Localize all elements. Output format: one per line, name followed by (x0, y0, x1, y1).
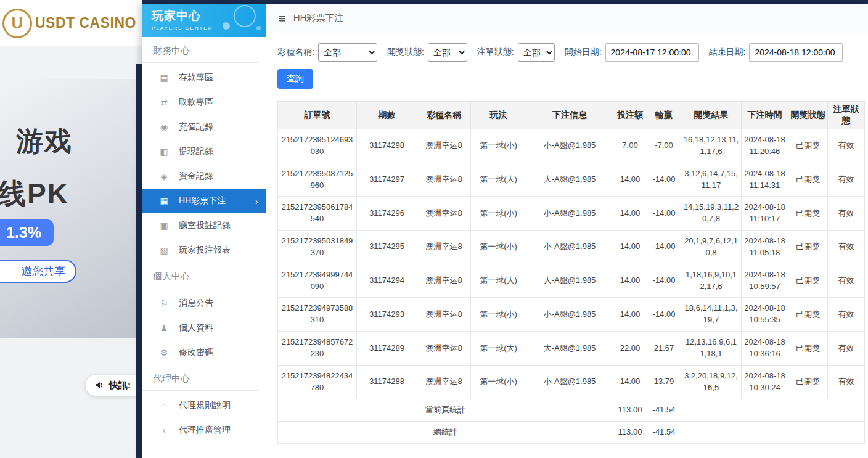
draw-result-cell: 18,6,14,11,1,3,19,7 (681, 298, 742, 332)
summary-row: 當前頁統計113.00-41.54 (278, 399, 865, 421)
sidebar-item[interactable]: ◧提現記錄 (142, 139, 266, 164)
menu-icon[interactable]: ≡ (279, 12, 286, 25)
period-cell: 31174288 (357, 365, 417, 399)
sidebar-item-label: 消息公告 (179, 298, 213, 309)
draw-status-filter-label: 開獎狀態: (387, 47, 424, 58)
bet-amount-cell: 14.00 (613, 298, 647, 332)
draw-result-cell: 1,18,16,9,10,12,17,6 (681, 264, 742, 298)
draw-result-cell: 14,15,19,3,11,20,7,8 (681, 197, 742, 231)
draw-status-select[interactable]: 全部 (428, 43, 467, 62)
sidebar-item-label: 提現記錄 (179, 146, 213, 157)
sidebar-item[interactable]: ▦HH彩票下注› (142, 189, 266, 213)
column-header: 注單狀態 (828, 102, 865, 129)
draw-status-cell: 已開獎 (788, 365, 828, 399)
withdraw-record-icon: ◧ (159, 147, 169, 157)
bet-time-cell: 2024-08-1811:20:46 (742, 129, 788, 163)
bet-time-cell: 2024-08-1811:10:17 (742, 197, 788, 231)
sidebar-item[interactable]: ⇄取款專區 (142, 90, 266, 115)
lottery-name-cell: 澳洲幸运8 (417, 163, 471, 197)
play-type-cell: 第一球(大) (471, 332, 526, 366)
order-status-cell: 有效 (828, 365, 865, 399)
end-date-filter-label: 結束日期: (709, 47, 746, 58)
bet-date: 2024-08-18 (743, 303, 786, 314)
lottery-name-cell: 澳洲幸运8 (417, 197, 471, 231)
column-header: 訂單號 (278, 102, 357, 129)
start-date-input[interactable] (605, 43, 699, 62)
sidebar-menu: 財務中心▤存款專區⇄取款專區◉充值記錄◧提現記錄◈資金記錄▦HH彩票下注›▣廳室… (142, 37, 266, 443)
draw-status-cell: 已開獎 (788, 129, 828, 163)
site-logo[interactable]: U USDT CASINO (0, 0, 142, 46)
summary-bet-amount: 113.00 (613, 421, 647, 443)
order-status-select[interactable]: 全部 (518, 43, 555, 62)
end-date-input[interactable] (749, 43, 843, 62)
sidebar-item[interactable]: ▤存款專區 (142, 65, 266, 90)
bet-time-cell: 2024-08-1810:59:57 (742, 264, 788, 298)
decorative-circle-icon (256, 26, 261, 30)
bet-clock: 11:20:46 (743, 146, 786, 158)
draw-status-cell: 已開獎 (788, 197, 828, 231)
draw-result-cell: 3,12,6,14,7,15,11,17 (681, 163, 742, 197)
lottery-name-select[interactable]: 全部 (318, 43, 377, 62)
query-button[interactable]: 查詢 (277, 69, 313, 89)
period-cell: 31174294 (357, 264, 417, 298)
sidebar-item[interactable]: ‹代理推廣管理 (142, 418, 266, 443)
sidebar-item-label: 資金記錄 (179, 171, 213, 182)
table-body: 215217239512469303031174298澳洲幸运8第一球(小)小-… (278, 129, 865, 444)
sidebar-item[interactable]: ⚙修改密碼 (142, 340, 266, 365)
play-type-cell: 第一球(小) (471, 197, 526, 231)
bet-amount-cell: 14.00 (613, 163, 647, 197)
withdraw-icon: ⇄ (159, 97, 169, 107)
order-status-cell: 有效 (828, 231, 865, 264)
order-status-cell: 有效 (828, 129, 865, 163)
sidebar-item-label: 個人資料 (179, 322, 213, 333)
promo-banner: 游戏 线PK 1.3% 邀您共享 (0, 79, 137, 338)
sidebar-item[interactable]: ▧玩家投注報表 (142, 238, 266, 263)
sidebar-item[interactable]: ◉充值記錄 (142, 115, 266, 139)
sidebar-item[interactable]: ≡代理規則說明 (142, 393, 266, 418)
backdrop-strip (136, 64, 142, 458)
win-loss-cell: 13.79 (647, 365, 681, 399)
sidebar-section-title: 代理中心 (142, 365, 258, 391)
bet-info-cell: 小-A盤@1.985 (526, 298, 613, 332)
bet-clock: 11:10:17 (743, 213, 786, 225)
column-header: 下注時間 (742, 102, 788, 129)
summary-win-loss: -41.54 (647, 399, 681, 421)
lottery-name-cell: 澳洲幸运8 (417, 129, 471, 163)
table-row: 215217239506178454031174296澳洲幸运8第一球(小)小-… (278, 197, 865, 231)
sidebar-item[interactable]: ◈資金記錄 (142, 164, 266, 189)
bet-date: 2024-08-18 (743, 235, 786, 247)
order-id-cell: 2152172394973588310 (278, 298, 357, 332)
bet-clock: 10:30:24 (743, 382, 786, 394)
chevron-right-icon: › (255, 196, 258, 207)
sidebar-item[interactable]: ♟個人資料 (142, 316, 266, 340)
sidebar-item[interactable]: ▣廳室投註記錄 (142, 213, 266, 238)
draw-status-cell: 已開獎 (788, 298, 828, 332)
room-bet-record-icon: ▣ (159, 221, 169, 231)
play-type-cell: 第一球(小) (471, 365, 526, 399)
brand-name: USDT CASINO (35, 15, 136, 31)
sidebar-item[interactable]: ⚐消息公告 (142, 291, 266, 316)
bet-amount-cell: 14.00 (613, 231, 647, 264)
bet-info-cell: 小-A盤@1.985 (526, 231, 613, 264)
decorative-circle-icon (234, 5, 256, 27)
banner-cta-button[interactable]: 邀您共享 (0, 260, 76, 283)
sidebar-item-label: 廳室投註記錄 (179, 220, 231, 231)
table-row: 215217239497358831031174293澳洲幸运8第一球(小)小-… (278, 298, 865, 332)
play-type-cell: 第一球(小) (471, 129, 526, 163)
period-cell: 31174298 (357, 129, 417, 163)
bet-date: 2024-08-18 (743, 337, 786, 348)
period-cell: 31174296 (357, 197, 417, 231)
main-area: ≡ HH彩票下注 彩種名稱: 全部 開獎狀態: 全部 注單狀態: 全部 開始日期… (266, 4, 868, 458)
column-header: 輸贏 (647, 102, 681, 129)
draw-result-cell: 3,2,20,18,9,12,16,5 (681, 365, 742, 399)
column-header: 期數 (357, 102, 417, 129)
win-loss-cell: -14.00 (647, 197, 681, 231)
bet-info-cell: 小-A盤@1.985 (526, 365, 613, 399)
order-status-cell: 有效 (828, 332, 865, 366)
summary-label: 總統計 (278, 421, 613, 443)
period-cell: 31174293 (357, 298, 417, 332)
win-loss-cell: -14.00 (647, 231, 681, 264)
news-label: 快訊: (109, 380, 131, 391)
password-icon: ⚙ (159, 348, 169, 358)
bet-clock: 10:36:16 (743, 348, 786, 360)
